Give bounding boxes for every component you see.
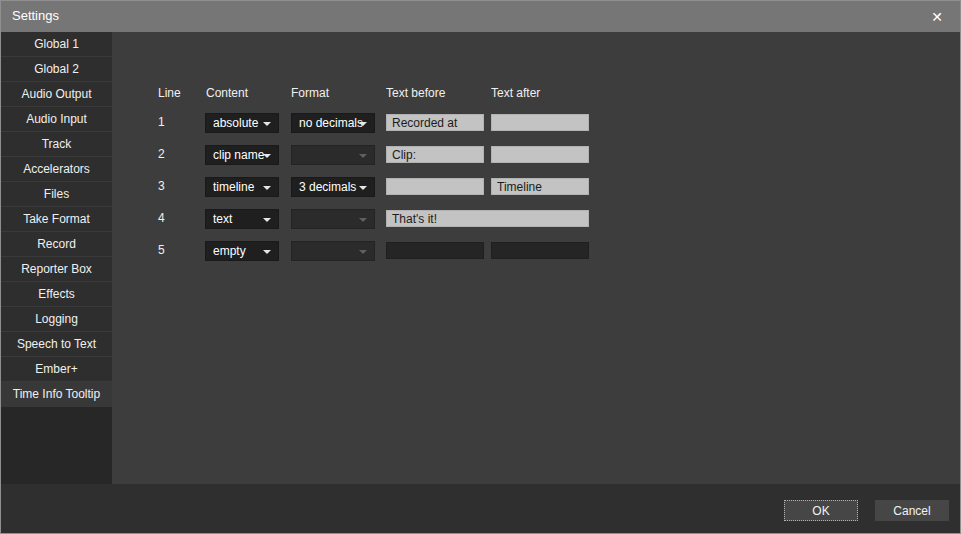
text-after-input-row3[interactable]	[491, 178, 589, 195]
close-icon[interactable]: ✕	[914, 1, 960, 32]
line-number-5: 5	[158, 243, 178, 257]
format-dropdown-row1[interactable]: no decimals	[291, 113, 375, 133]
line-number-1: 1	[158, 115, 178, 129]
dialog-footer: OK Cancel	[1, 484, 960, 534]
sidebar-item-time-info-tooltip[interactable]: Time Info Tooltip	[1, 382, 112, 407]
text-before-input-row1[interactable]	[386, 114, 484, 131]
column-header-content: Content	[206, 86, 248, 100]
sidebar-item-global-2[interactable]: Global 2	[1, 57, 112, 82]
text-after-input-row5	[491, 242, 589, 259]
line-number-4: 4	[158, 211, 178, 225]
column-header-text-before: Text before	[386, 86, 445, 100]
format-dropdown-row3[interactable]: 3 decimals	[291, 177, 375, 197]
text-before-input-row3[interactable]	[386, 178, 484, 195]
chevron-down-icon	[359, 218, 367, 222]
column-header-text-after: Text after	[491, 86, 540, 100]
dialog-title: Settings	[12, 8, 59, 23]
format-dropdown-row5	[291, 241, 375, 261]
chevron-down-icon	[263, 218, 271, 222]
chevron-down-icon	[263, 122, 271, 126]
cancel-button[interactable]: Cancel	[875, 500, 949, 521]
chevron-down-icon	[359, 154, 367, 158]
wide-text-input-row4[interactable]	[386, 210, 589, 227]
chevron-down-icon	[263, 186, 271, 190]
chevron-down-icon	[263, 250, 271, 254]
sidebar-item-speech-to-text[interactable]: Speech to Text	[1, 332, 112, 357]
content-dropdown-row2[interactable]: clip name	[205, 145, 279, 165]
content-dropdown-row4[interactable]: text	[205, 209, 279, 229]
sidebar-item-global-1[interactable]: Global 1	[1, 32, 112, 57]
line-number-3: 3	[158, 179, 178, 193]
column-header-line: Line	[158, 86, 181, 100]
title-bar: Settings ✕	[1, 1, 960, 32]
line-number-2: 2	[158, 147, 178, 161]
chevron-down-icon	[359, 186, 367, 190]
text-before-input-row5	[386, 242, 484, 259]
sidebar-item-record[interactable]: Record	[1, 232, 112, 257]
text-before-input-row2[interactable]	[386, 146, 484, 163]
sidebar-item-logging[interactable]: Logging	[1, 307, 112, 332]
sidebar-item-audio-output[interactable]: Audio Output	[1, 82, 112, 107]
text-after-input-row2[interactable]	[491, 146, 589, 163]
sidebar-item-reporter-box[interactable]: Reporter Box	[1, 257, 112, 282]
chevron-down-icon	[263, 154, 271, 158]
sidebar-item-take-format[interactable]: Take Format	[1, 207, 112, 232]
column-header-format: Format	[291, 86, 329, 100]
sidebar-item-accelerators[interactable]: Accelerators	[1, 157, 112, 182]
content-dropdown-row5[interactable]: empty	[205, 241, 279, 261]
sidebar-item-ember-plus[interactable]: Ember+	[1, 357, 112, 382]
settings-category-sidebar: Global 1 Global 2 Audio Output Audio Inp…	[1, 32, 112, 484]
content-dropdown-row1[interactable]: absolute	[205, 113, 279, 133]
format-dropdown-row4	[291, 209, 375, 229]
chevron-down-icon	[359, 250, 367, 254]
sidebar-item-files[interactable]: Files	[1, 182, 112, 207]
chevron-down-icon	[359, 122, 367, 126]
format-dropdown-row2	[291, 145, 375, 165]
content-dropdown-row3[interactable]: timeline	[205, 177, 279, 197]
text-after-input-row1[interactable]	[491, 114, 589, 131]
sidebar-item-track[interactable]: Track	[1, 132, 112, 157]
sidebar-item-effects[interactable]: Effects	[1, 282, 112, 307]
settings-dialog: Settings ✕ Global 1 Global 2 Audio Outpu…	[0, 0, 961, 534]
sidebar-item-audio-input[interactable]: Audio Input	[1, 107, 112, 132]
ok-button[interactable]: OK	[784, 500, 858, 521]
